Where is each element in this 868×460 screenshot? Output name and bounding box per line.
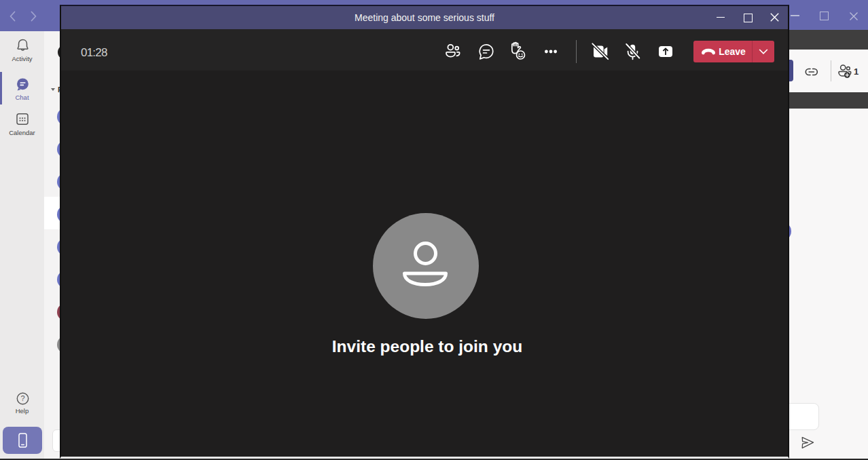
svg-text:?: ? — [20, 394, 24, 402]
